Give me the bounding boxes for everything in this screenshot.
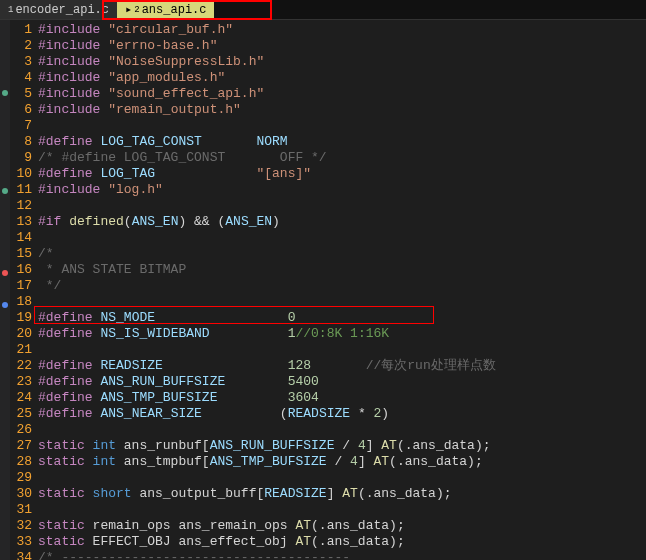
line-number: 11 (10, 182, 38, 198)
line-number: 22 (10, 358, 38, 374)
code-line[interactable]: 13#if defined(ANS_EN) && (ANS_EN) (10, 214, 646, 230)
tab-label: encoder_api.c (15, 3, 109, 17)
code-line[interactable]: 3#include "NoiseSuppressLib.h" (10, 54, 646, 70)
code-area[interactable]: 1#include "circular_buf.h" 2#include "er… (10, 20, 646, 560)
code-line[interactable]: 31 (10, 502, 646, 518)
code-line[interactable]: 16 * ANS STATE BITMAP (10, 262, 646, 278)
line-number: 34 (10, 550, 38, 560)
line-number: 29 (10, 470, 38, 486)
line-number: 28 (10, 454, 38, 470)
tab-bar: 1encoder_api.c ▸ 2ans_api.c (0, 0, 646, 20)
line-number: 5 (10, 86, 38, 102)
line-number: 26 (10, 422, 38, 438)
tab-number: 1 (8, 5, 13, 15)
line-number: 31 (10, 502, 38, 518)
line-number: 16 (10, 262, 38, 278)
code-line[interactable]: 30static short ans_output_buff[READSIZE]… (10, 486, 646, 502)
code-line[interactable]: 21 (10, 342, 646, 358)
code-line[interactable]: 26 (10, 422, 646, 438)
gutter-strip (0, 20, 10, 560)
code-line[interactable]: 12 (10, 198, 646, 214)
line-number: 15 (10, 246, 38, 262)
tab-number: 2 (134, 5, 139, 15)
code-line[interactable]: 28static int ans_tmpbuf[ANS_TMP_BUFSIZE … (10, 454, 646, 470)
code-line[interactable]: 9/* #define LOG_TAG_CONST OFF */ (10, 150, 646, 166)
code-line[interactable]: 23#define ANS_RUN_BUFFSIZE 5400 (10, 374, 646, 390)
line-number: 25 (10, 406, 38, 422)
line-number: 21 (10, 342, 38, 358)
code-line[interactable]: 5#include "sound_effect_api.h" (10, 86, 646, 102)
gutter-marker (2, 90, 8, 96)
line-number: 13 (10, 214, 38, 230)
line-number: 32 (10, 518, 38, 534)
line-number: 24 (10, 390, 38, 406)
tab-label: ans_api.c (142, 3, 207, 17)
gutter-marker (2, 188, 8, 194)
code-line[interactable]: 33static EFFECT_OBJ ans_effect_obj AT(.a… (10, 534, 646, 550)
line-number: 33 (10, 534, 38, 550)
line-number: 23 (10, 374, 38, 390)
line-number: 27 (10, 438, 38, 454)
line-number: 3 (10, 54, 38, 70)
code-line[interactable]: 7 (10, 118, 646, 134)
code-line[interactable]: 18 (10, 294, 646, 310)
editor[interactable]: 1#include "circular_buf.h" 2#include "er… (0, 20, 646, 560)
line-number: 4 (10, 70, 38, 86)
code-line[interactable]: 2#include "errno-base.h" (10, 38, 646, 54)
line-number: 1 (10, 22, 38, 38)
line-number: 18 (10, 294, 38, 310)
code-line[interactable]: 27static int ans_runbuf[ANS_RUN_BUFFSIZE… (10, 438, 646, 454)
line-number: 10 (10, 166, 38, 182)
line-number: 9 (10, 150, 38, 166)
code-line[interactable]: 20#define NS_IS_WIDEBAND 1//0:8K 1:16K (10, 326, 646, 342)
line-number: 19 (10, 310, 38, 326)
line-number: 2 (10, 38, 38, 54)
code-line[interactable]: 19#define NS_MODE 0 (10, 310, 646, 326)
code-line[interactable]: 15/* (10, 246, 646, 262)
gutter-marker (2, 270, 8, 276)
code-line[interactable]: 8#define LOG_TAG_CONST NORM (10, 134, 646, 150)
line-number: 7 (10, 118, 38, 134)
line-number: 20 (10, 326, 38, 342)
code-line[interactable]: 4#include "app_modules.h" (10, 70, 646, 86)
code-line[interactable]: 22#define READSIZE 128 //每次run处理样点数 (10, 358, 646, 374)
code-line[interactable]: 11#include "log.h" (10, 182, 646, 198)
tab-encoder-api[interactable]: 1encoder_api.c (0, 0, 117, 19)
line-number: 8 (10, 134, 38, 150)
code-line[interactable]: 34/* -----------------------------------… (10, 550, 646, 560)
line-number: 14 (10, 230, 38, 246)
code-line[interactable]: 25#define ANS_NEAR_SIZE (READSIZE * 2) (10, 406, 646, 422)
tab-ans-api[interactable]: ▸ 2ans_api.c (117, 0, 214, 19)
code-line[interactable]: 29 (10, 470, 646, 486)
code-line[interactable]: 32static remain_ops ans_remain_ops AT(.a… (10, 518, 646, 534)
line-number: 30 (10, 486, 38, 502)
line-number: 12 (10, 198, 38, 214)
code-line[interactable]: 1#include "circular_buf.h" (10, 22, 646, 38)
gutter-marker (2, 302, 8, 308)
code-line[interactable]: 14 (10, 230, 646, 246)
code-line[interactable]: 10#define LOG_TAG "[ans]" (10, 166, 646, 182)
code-line[interactable]: 24#define ANS_TMP_BUFSIZE 3604 (10, 390, 646, 406)
line-number: 6 (10, 102, 38, 118)
modified-marker: ▸ (125, 2, 132, 17)
code-line[interactable]: 6#include "remain_output.h" (10, 102, 646, 118)
line-number: 17 (10, 278, 38, 294)
code-line[interactable]: 17 */ (10, 278, 646, 294)
